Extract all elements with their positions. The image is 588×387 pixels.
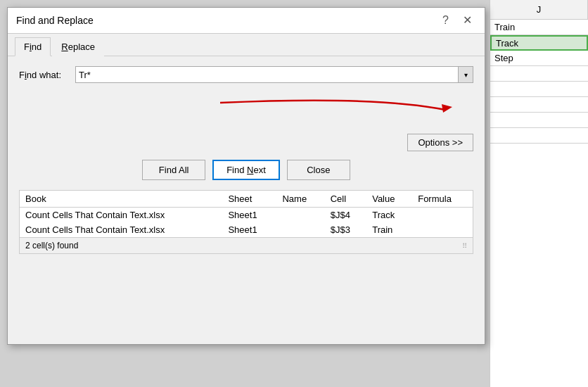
table-row[interactable]: Count Cells That Contain Text.xlsxSheet1… (20, 222, 473, 237)
tab-replace[interactable]: Replace (52, 37, 104, 56)
col-value: Value (366, 191, 412, 208)
cell-cell-1: $J$3 (325, 222, 367, 237)
col-header-j: J (490, 0, 588, 20)
spreadsheet-cell-0[interactable]: Train (490, 20, 588, 35)
cell-name-1 (276, 222, 324, 237)
close-button[interactable]: Close (287, 160, 350, 180)
dialog-titlebar: Find and Replace ? ✕ (8, 8, 485, 34)
close-x-button[interactable]: ✕ (459, 13, 476, 27)
find-what-label: Find what: (19, 70, 75, 80)
find-input-wrapper: ▾ (75, 66, 473, 83)
col-cell: Cell (325, 191, 367, 208)
options-button[interactable]: Options >> (407, 134, 473, 151)
cell-value-1: Train (366, 222, 412, 237)
dialog-overlay: Find and Replace ? ✕ Find Replace Find w… (0, 0, 492, 387)
action-buttons: Find All Find Next Close (19, 160, 473, 180)
spreadsheet-cell-3[interactable] (490, 66, 588, 82)
options-row: Options >> (19, 134, 473, 151)
svg-marker-0 (442, 104, 452, 113)
find-next-button[interactable]: Find Next (212, 160, 280, 180)
dialog-body: Find what: ▾ Options >> (8, 56, 485, 264)
status-bar: 2 cell(s) found ⠿ (20, 237, 473, 253)
col-sheet: Sheet (222, 191, 276, 208)
find-next-label: Find Next (226, 165, 266, 175)
table-row[interactable]: Count Cells That Contain Text.xlsxSheet1… (20, 208, 473, 223)
red-arrow-svg (178, 89, 473, 131)
tab-bar: Find Replace (8, 34, 485, 56)
tab-find[interactable]: Find (15, 37, 51, 56)
col-formula: Formula (412, 191, 473, 208)
results-table: Book Sheet Name Cell Value Formula Count… (20, 191, 473, 237)
find-what-input[interactable] (75, 66, 473, 83)
find-what-row: Find what: ▾ (19, 66, 473, 83)
col-name: Name (276, 191, 324, 208)
cell-formula-1 (412, 222, 473, 237)
find-dropdown-arrow[interactable]: ▾ (458, 66, 473, 83)
dialog-title: Find and Replace (16, 15, 94, 26)
arrow-annotation (19, 89, 473, 131)
cell-name-0 (276, 208, 324, 223)
spreadsheet-cell-2[interactable]: Step (490, 51, 588, 66)
spreadsheet-cell-6[interactable] (490, 113, 588, 128)
help-button[interactable]: ? (438, 13, 453, 27)
cell-book-1: Count Cells That Contain Text.xlsx (20, 222, 222, 237)
cell-value-0: Track (366, 208, 412, 223)
spreadsheet-cell-7[interactable] (490, 128, 588, 144)
cell-formula-0 (412, 208, 473, 223)
tab-replace-label: Replace (61, 42, 95, 52)
cell-book-0: Count Cells That Contain Text.xlsx (20, 208, 222, 223)
find-replace-dialog: Find and Replace ? ✕ Find Replace Find w… (7, 7, 485, 345)
titlebar-controls: ? ✕ (438, 13, 476, 27)
col-book: Book (20, 191, 222, 208)
spreadsheet-cell-4[interactable] (490, 82, 588, 97)
resize-handle: ⠿ (462, 242, 467, 250)
tab-find-label: Find (24, 42, 41, 52)
cell-cell-0: $J$4 (325, 208, 367, 223)
status-text: 2 cell(s) found (25, 241, 78, 250)
spreadsheet-cell-5[interactable] (490, 97, 588, 113)
cell-sheet-1: Sheet1 (222, 222, 276, 237)
spreadsheet-cell-1[interactable]: Track (490, 35, 588, 51)
results-section: Book Sheet Name Cell Value Formula Count… (19, 190, 473, 254)
cell-sheet-0: Sheet1 (222, 208, 276, 223)
find-all-button[interactable]: Find All (142, 160, 205, 180)
spreadsheet-column: J TrainTrackStep (490, 0, 588, 387)
table-header-row: Book Sheet Name Cell Value Formula (20, 191, 473, 208)
